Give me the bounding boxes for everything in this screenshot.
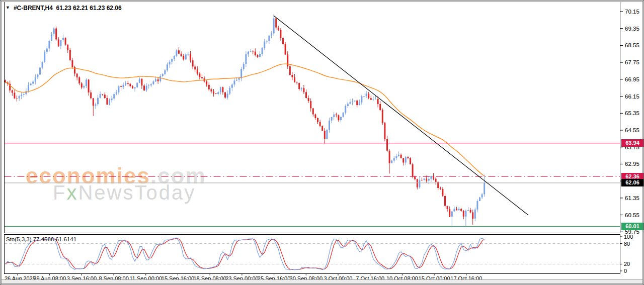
- price-axis-label: 61.35: [625, 195, 639, 202]
- price-axis-label: 64.55: [625, 127, 639, 134]
- symbol-info: ▼#C-BRENT,H4 61.23 62.21 61.23 62.06: [6, 5, 122, 12]
- stochastic-k-line: [6, 238, 485, 270]
- chart-canvas[interactable]: [1, 1, 644, 285]
- window-bottom-strip: [2, 279, 642, 283]
- price-level-badge: 62.06: [621, 179, 643, 186]
- stochastic-axis-label: 20: [624, 260, 630, 267]
- symbol-ohlc-label: #C-BRENT,H4 61.23 62.21 61.23 62.06: [14, 5, 122, 12]
- moving-average-line: [6, 64, 485, 176]
- stochastic-axis-label: 100: [624, 233, 633, 240]
- price-level-badge: 60.01: [621, 223, 643, 230]
- stochastic-label: Sto(5,3,3) 77.4566 61.6141: [6, 236, 76, 242]
- price-axis-label: 62.95: [625, 160, 639, 167]
- descending-trendline[interactable]: [274, 16, 528, 215]
- price-axis-label: 66.15: [625, 93, 639, 100]
- price-axis-label: 66.95: [625, 76, 639, 83]
- price-axis-label: 70.15: [625, 8, 639, 15]
- price-axis-label: 65.35: [625, 110, 639, 117]
- stochastic-d-line: [6, 238, 485, 269]
- price-axis-label: 69.35: [625, 25, 639, 32]
- stochastic-axis-label: 0: [624, 267, 627, 274]
- price-level-badge: 63.94: [621, 139, 643, 147]
- stochastic-axis-label: 80: [624, 240, 630, 247]
- symbol-dropdown-icon[interactable]: ▼: [6, 5, 10, 10]
- price-axis-label: 60.55: [625, 212, 639, 219]
- chart-window: economies.com FxNewsToday ▼#C-BRENT,H4 6…: [0, 0, 644, 285]
- price-axis-label: 67.75: [625, 59, 639, 66]
- candles: [6, 14, 485, 226]
- price-axis-label: 68.55: [625, 42, 639, 49]
- plot-frame: [5, 2, 620, 233]
